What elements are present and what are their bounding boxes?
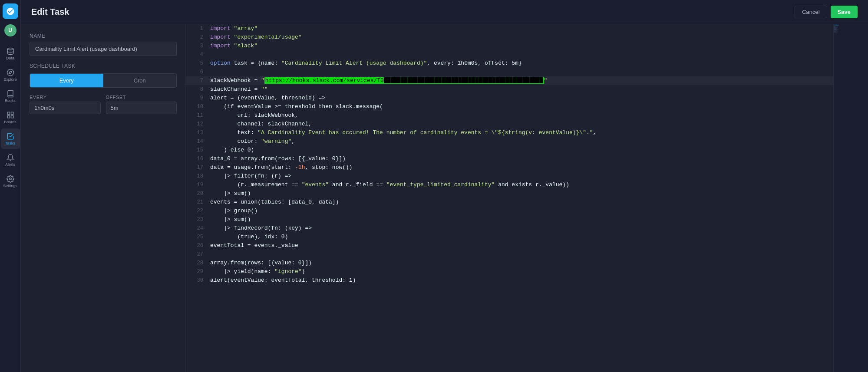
sidebar-item-data[interactable]: Data (1, 43, 20, 64)
line-number: 28 (189, 259, 203, 267)
line-content: import "slack" (210, 42, 830, 50)
line-content: (true), idx: 0) (210, 233, 830, 241)
line-number: 10 (189, 102, 203, 111)
content-area: Name Cardinality Limit Alert (usage dash… (21, 24, 868, 372)
line-number: 7 (189, 76, 203, 85)
code-line: 4 (186, 50, 833, 59)
code-line: 8slackChannel = "" (186, 85, 833, 94)
save-button[interactable]: Save (831, 6, 858, 18)
sidebar-item-explore[interactable]: Explore (1, 65, 20, 85)
line-content: text: "A Cardinality Event has occured! … (210, 128, 830, 137)
sidebar-item-settings-label: Settings (3, 184, 17, 188)
line-content: option task = {name: "Cardinality Limit … (210, 59, 830, 68)
sidebar-item-settings[interactable]: Settings (1, 171, 20, 191)
line-content: |> group() (210, 207, 830, 215)
line-number: 26 (189, 241, 203, 250)
every-value[interactable]: 1h0m0s (30, 102, 101, 114)
code-line: 27 (186, 250, 833, 259)
line-number: 2 (189, 33, 203, 42)
svg-rect-3 (7, 112, 10, 114)
code-line: 18 |> filter(fn: (r) => (186, 172, 833, 181)
code-line: 13 text: "A Cardinality Event has occure… (186, 128, 833, 137)
code-line: 29 |> yield(name: "ignore") (186, 267, 833, 276)
offset-field: Offset 5m (106, 95, 177, 114)
svg-point-0 (7, 48, 13, 50)
code-line: 10 (if eventValue >= threshold then slac… (186, 102, 833, 111)
line-number: 24 (189, 224, 203, 233)
minimap-content (834, 24, 868, 33)
line-content: alert = (eventValue, threshold) => (210, 94, 830, 102)
code-line: 5option task = {name: "Cardinality Limit… (186, 59, 833, 68)
code-line: 9alert = (eventValue, threshold) => (186, 94, 833, 102)
code-editor[interactable]: 1import "array"2import "experimental/usa… (186, 24, 833, 372)
toggle-every-button[interactable]: Every (30, 74, 103, 87)
line-number: 8 (189, 85, 203, 94)
line-content: import "experimental/usage" (210, 33, 830, 42)
user-avatar[interactable]: U (4, 24, 17, 36)
code-line: 25 (true), idx: 0) (186, 233, 833, 241)
header-actions: Cancel Save (795, 6, 858, 18)
sidebar-item-boards-label: Boards (4, 120, 17, 124)
line-number: 29 (189, 267, 203, 276)
code-line: 17data = usage.from(start: -1h, stop: no… (186, 163, 833, 172)
icon-sidebar: U Data Explore Books Boards (0, 0, 21, 372)
line-number: 19 (189, 181, 203, 189)
line-number: 3 (189, 42, 203, 50)
sidebar-item-tasks[interactable]: Tasks (1, 128, 20, 149)
line-content: (r._measurement == "events" and r._field… (210, 181, 830, 189)
database-icon (6, 47, 15, 56)
editor-area: 1import "array"2import "experimental/usa… (186, 24, 868, 372)
code-line: 26eventTotal = events._value (186, 241, 833, 250)
line-content: |> sum() (210, 215, 830, 224)
sidebar-item-explore-label: Explore (3, 78, 17, 82)
code-line: 15 ) else 0) (186, 146, 833, 155)
code-line: 3import "slack" (186, 42, 833, 50)
check-square-icon (6, 132, 15, 141)
schedule-fields: Every 1h0m0s Offset 5m (30, 95, 177, 114)
line-content: data = usage.from(start: -1h, stop: now(… (210, 163, 830, 172)
cancel-button[interactable]: Cancel (795, 6, 827, 18)
name-label: Name (30, 33, 177, 39)
offset-value[interactable]: 5m (106, 102, 177, 114)
line-number: 9 (189, 94, 203, 102)
offset-label: Offset (106, 95, 177, 100)
line-number: 12 (189, 120, 203, 128)
grid-icon (6, 111, 15, 119)
line-content: |> filter(fn: (r) => (210, 172, 830, 181)
sidebar-item-alerts[interactable]: Alerts (1, 150, 20, 170)
code-line: 28array.from(rows: [{value: 0}]) (186, 259, 833, 267)
sidebar-item-tasks-label: Tasks (5, 142, 15, 145)
sidebar-item-data-label: Data (6, 56, 14, 60)
code-line: 24 |> findRecord(fn: (key) => (186, 224, 833, 233)
code-line: 23 |> sum() (186, 215, 833, 224)
line-content: ) else 0) (210, 146, 830, 155)
line-number: 23 (189, 215, 203, 224)
line-content: array.from(rows: [{value: 0}]) (210, 259, 830, 267)
svg-rect-5 (7, 116, 10, 118)
line-number: 17 (189, 163, 203, 172)
line-number: 20 (189, 189, 203, 198)
line-content: eventTotal = events._value (210, 241, 830, 250)
sidebar-item-books[interactable]: Books (1, 86, 20, 106)
left-panel: Name Cardinality Limit Alert (usage dash… (21, 24, 186, 372)
code-line: 1import "array" (186, 24, 833, 33)
line-content: |> findRecord(fn: (key) => (210, 224, 830, 233)
line-number: 5 (189, 59, 203, 68)
line-number: 22 (189, 207, 203, 215)
sidebar-item-boards[interactable]: Boards (1, 107, 20, 128)
toggle-cron-button[interactable]: Cron (103, 74, 177, 87)
page-title: Edit Task (31, 7, 69, 17)
line-number: 14 (189, 137, 203, 146)
line-number: 4 (189, 50, 203, 59)
name-value: Cardinality Limit Alert (usage dashboard… (30, 42, 177, 56)
line-content: slackChannel = "" (210, 85, 830, 94)
sidebar-item-books-label: Books (5, 99, 16, 103)
line-content: channel: slackChannel, (210, 120, 830, 128)
line-content: url: slackWebhook, (210, 111, 830, 120)
app-logo[interactable] (3, 3, 18, 19)
line-content: alert(eventValue: eventTotal, threshold:… (210, 276, 830, 285)
gear-icon (6, 174, 15, 183)
every-field: Every 1h0m0s (30, 95, 101, 114)
code-line: 30alert(eventValue: eventTotal, threshol… (186, 276, 833, 285)
line-content: color: "warning", (210, 137, 830, 146)
